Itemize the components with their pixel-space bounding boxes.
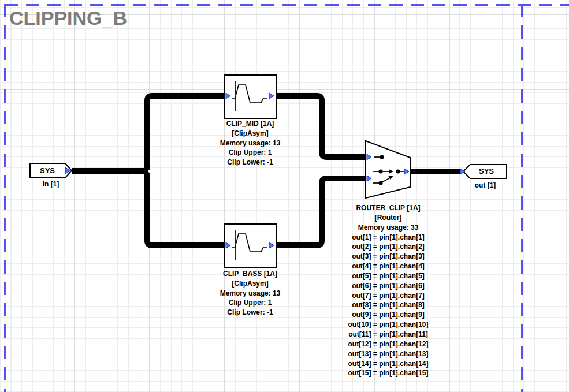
router-labels: ROUTER_CLIP [1A][Router]Memory usage: 33… [342,203,434,378]
label-line: Clip Lower: -1 [204,158,296,167]
page-border-left [4,4,6,392]
label-line: Memory usage: 33 [342,223,434,233]
router-block[interactable] [366,141,410,198]
label-line: CLIP_MID [1A] [204,119,296,129]
label-line: out[3] = pin[1].chan[3] [342,252,434,262]
label-line: out[13] = pin[1].chan[13] [342,349,434,359]
page-title: CLIPPING_B [9,7,127,29]
output-terminal-pin-icon[interactable] [460,169,465,174]
label-line: [ClipAsym] [204,279,296,289]
label-line: Memory usage: 13 [204,289,296,298]
clip-bass-labels: CLIP_BASS [1A][ClipAsym]Memory usage: 13… [204,269,296,318]
label-line: out[5] = pin[1].chan[5] [342,271,434,281]
label-line: out[4] = pin[1].chan[4] [342,262,434,271]
label-line: out[7] = pin[1].chan[7] [342,291,434,301]
page-border-top [5,4,569,6]
output-terminal-name: SYS [469,167,504,175]
label-line: out[6] = pin[1].chan[6] [342,281,434,291]
input-terminal-port-label: in [1] [28,180,74,189]
label-line: out[1] = pin[1].chan[1] [342,233,434,242]
wire-split-branches[interactable] [147,96,225,245]
label-line: Clip Upper: 1 [204,298,296,308]
clip-mid-block[interactable] [225,75,276,118]
label-line: Clip Lower: -1 [204,308,296,318]
label-line: [ClipAsym] [204,129,296,139]
label-line: out[10] = pin[1].chan[10] [342,320,434,330]
label-line: out[2] = pin[1].chan[2] [342,242,434,252]
label-line: CLIP_BASS [1A] [204,269,296,279]
label-line: Memory usage: 13 [204,139,296,148]
clip-bass-block[interactable] [225,224,276,267]
output-terminal-port-label: out [1] [462,181,508,191]
clip-mid-labels: CLIP_MID [1A][ClipAsym]Memory usage: 13C… [204,119,296,167]
label-line: out[11] = pin[1].chan[11] [342,330,434,339]
label-line: Clip Upper: 1 [204,148,296,158]
label-line: out[14] = pin[1].chan[14] [342,359,434,369]
label-line: out[15] = pin[1].chan[15] [342,368,434,378]
label-line: [Router] [342,213,434,223]
schematic-canvas: CLIPPING_B [0,0,569,392]
page-break-line [521,4,523,392]
label-line: ROUTER_CLIP [1A] [342,203,434,213]
label-line: out[8] = pin[1].chan[8] [342,300,434,310]
label-line: out[9] = pin[1].chan[9] [342,310,434,320]
label-line: out[12] = pin[1].chan[12] [342,339,434,349]
input-terminal-name: SYS [30,167,65,174]
